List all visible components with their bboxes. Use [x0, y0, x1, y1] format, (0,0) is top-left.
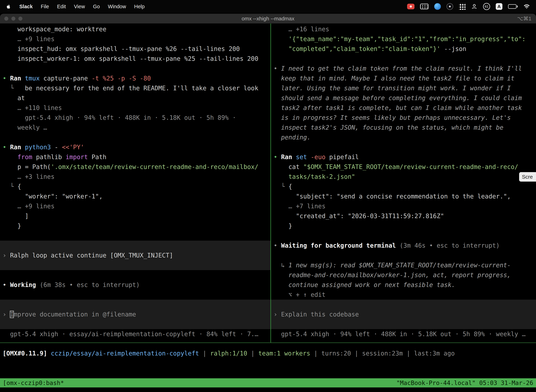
minimize-button[interactable]: [11, 17, 15, 21]
tmux-session-info: [omx-cczip0:bash*: [3, 378, 64, 387]
terminal-line: • Ran python3 - <<'PY': [0, 142, 270, 152]
terminal-line: • Ran tmux capture-pane -t %25 -p -S -80: [0, 73, 270, 83]
battery-icon[interactable]: [508, 4, 518, 9]
tmux-status-bar: [omx-cczip0:bash* "MacBook-Pro-44.local"…: [0, 378, 536, 387]
terminal-line: }: [0, 221, 270, 231]
terminal-line: └ be necessary for the end of the README…: [0, 83, 270, 93]
terminal-line: └ {: [0, 182, 270, 191]
terminal-line: cat "$OMX_TEAM_STATE_ROOT/team/review-cu…: [271, 162, 536, 172]
terminal-line: }: [271, 221, 536, 231]
terminal-line: [271, 54, 536, 64]
terminal-line: gpt-5.4 xhigh · essay/ai-reimplementatio…: [0, 329, 270, 339]
terminal-line: at: [0, 93, 270, 103]
terminal-line: task2 after task1 is complete, but can I…: [271, 103, 536, 113]
terminal-line: readme-and-reco/mailbox/worker-1.json, a…: [271, 270, 536, 280]
menu-view[interactable]: View: [74, 4, 85, 9]
terminal-line: … +9 lines: [0, 34, 270, 44]
terminal-line: keep that in mind. Maybe I also need the…: [271, 73, 536, 83]
terminal-line: is in progress? It seems likely but perh…: [271, 113, 536, 123]
terminal-line: [0, 132, 270, 142]
terminal-line: [0, 231, 270, 241]
menu-bar-left: Slack File Edit View Go Window Help: [6, 4, 144, 9]
terminal-line: • Ran set -euo pipefail: [271, 152, 536, 162]
terminal-line: … +7 lines: [271, 201, 536, 211]
terminal-content: workspace_mode: worktree … +9 lines insp…: [0, 23, 536, 392]
apple-menu[interactable]: [6, 4, 11, 9]
terminal-line: "created_at": "2026-03-31T11:59:27.816Z": [271, 211, 536, 221]
terminal-line: pending.: [271, 132, 536, 142]
menu-window[interactable]: Window: [108, 4, 126, 9]
terminal-line: [0, 241, 270, 250]
terminal-line: [0, 319, 270, 329]
screen-tooltip[interactable]: Scre: [519, 172, 536, 182]
terminal-line: [271, 319, 536, 329]
terminal-line: [271, 300, 536, 309]
keyboard-icon[interactable]: [420, 4, 429, 9]
terminal-line: [0, 290, 270, 300]
app-menu-slack[interactable]: Slack: [19, 4, 33, 9]
close-button[interactable]: [4, 17, 9, 21]
terminal-line: ]: [0, 211, 270, 221]
battery-body: [508, 4, 517, 9]
terminal-line: └ {: [271, 182, 536, 191]
omx-status-line: [OMX#0.11.9] cczip/essay/ai-reimplementa…: [0, 348, 536, 358]
terminal-line: tasks/task-2.json": [271, 172, 536, 182]
menu-bar-status-icons: 61 A: [407, 3, 530, 10]
terminal-line: … +3 lines: [0, 172, 270, 182]
terminal-line: • Waiting for background terminal (3m 46…: [271, 241, 536, 250]
terminal-line: ⌥ + ↑ edit: [271, 290, 536, 300]
tmux-host-clock: "MacBook-Pro-44.local" 05:03 31-Mar-26: [396, 378, 533, 387]
terminal-line: • I need to get the claim token from the…: [271, 64, 536, 73]
terminal-line: [OMX#0.11.9] cczip/essay/ai-reimplementa…: [0, 348, 536, 358]
menu-file[interactable]: File: [41, 4, 49, 9]
terminal-line: … +110 lines: [0, 103, 270, 113]
pane-border-horizontal: [0, 342, 536, 343]
user-icon[interactable]: [471, 3, 478, 10]
menu-help[interactable]: Help: [134, 4, 145, 9]
wifi-icon[interactable]: [523, 3, 530, 10]
terminal-line: p = Path('.omx/state/team/review-current…: [0, 162, 270, 172]
status-badge-61[interactable]: 61: [483, 3, 490, 10]
terminal-line: [0, 300, 270, 309]
terminal-line: [271, 250, 536, 260]
app-icon-dark[interactable]: [446, 3, 453, 10]
terminal-line: inspect_worker-1: omx sparkshell --tmux-…: [0, 54, 270, 64]
composer-input[interactable]: › Explain this codebase: [271, 309, 536, 319]
terminal-line: gpt-5.4 xhigh · 94% left · 488K in · 5.1…: [0, 113, 270, 123]
terminal-line: ↳ 1 new msg(s): read $OMX_TEAM_STATE_ROO…: [271, 260, 536, 270]
zoom-button[interactable]: [18, 17, 23, 21]
terminal-line: … +16 lines: [271, 24, 536, 34]
tmux-pane-left[interactable]: workspace_mode: worktree … +9 lines insp…: [0, 23, 270, 342]
terminal-line: '{"team_name":"my-team","task_id":"1","f…: [271, 34, 536, 44]
dots-grid-icon[interactable]: [459, 3, 465, 10]
terminal-line: [0, 260, 270, 270]
terminal-line: "worker": "worker-1",: [0, 191, 270, 201]
tmux-panes: workspace_mode: worktree … +9 lines insp…: [0, 23, 536, 342]
menu-go[interactable]: Go: [93, 4, 100, 9]
terminal-line: weekly …: [0, 123, 270, 132]
terminal-line: continue assigned work or next feasible …: [271, 280, 536, 290]
window-shortcut-hint: ⌥⌘1: [517, 15, 536, 22]
tmux-pane-right[interactable]: … +16 lines '{"team_name":"my-team","tas…: [271, 23, 536, 342]
window-title: omx --xhigh --madmax: [0, 16, 536, 22]
menu-bar: Slack File Edit View Go Window Help 61 A: [0, 0, 536, 13]
composer-input[interactable]: › Improve documentation in @filename: [0, 309, 270, 319]
terminal-line: "completed","claim_token":"claim-token"}…: [271, 44, 536, 54]
terminal-line: … +9 lines: [0, 201, 270, 211]
terminal-line: workspace_mode: worktree: [0, 24, 270, 34]
screen-recording-indicator-icon[interactable]: [407, 4, 415, 9]
terminal-line: should send a message before completing …: [271, 93, 536, 103]
input-source-icon[interactable]: A: [496, 3, 502, 10]
app-icon-blue[interactable]: [434, 3, 441, 10]
terminal-line: • Working (6m 38s • esc to interrupt): [0, 280, 270, 290]
terminal-window: omx --xhigh --madmax ⌥⌘1 workspace_mode:…: [0, 14, 536, 392]
terminal-line: [271, 231, 536, 241]
terminal-line: [271, 142, 536, 152]
terminal-line: from pathlib import Path: [0, 152, 270, 162]
terminal-line: later. Using the same for transition mig…: [271, 83, 536, 93]
terminal-line: › Ralph loop active continue [OMX_TMUX_I…: [0, 250, 270, 260]
terminal-line: inspect task2's JSON, focusing on the st…: [271, 123, 536, 132]
title-bar[interactable]: omx --xhigh --madmax ⌥⌘1: [0, 14, 536, 23]
battery-tip: [517, 5, 518, 8]
menu-edit[interactable]: Edit: [57, 4, 66, 9]
